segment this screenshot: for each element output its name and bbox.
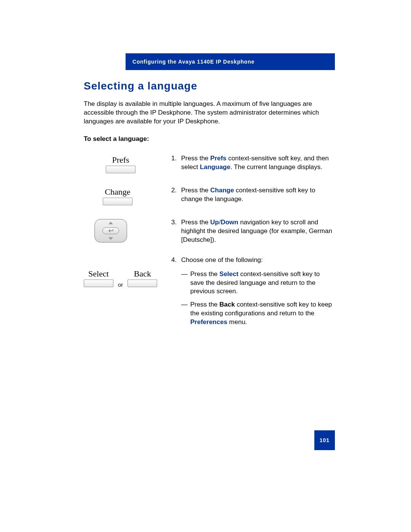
section-title: Selecting a language xyxy=(84,80,335,92)
step-text: Press the Prefs context-sensitive soft k… xyxy=(181,154,335,172)
step-text: Choose one of the following: xyxy=(181,256,263,265)
dash-bullet: — xyxy=(181,300,190,327)
or-text: or xyxy=(118,281,123,289)
up-arrow-icon xyxy=(108,222,113,224)
softkey-label-back: Back xyxy=(127,269,157,279)
substep-b: — Press the Back context-sensitive soft … xyxy=(181,300,335,327)
enter-key-icon xyxy=(102,227,119,234)
down-arrow-icon xyxy=(108,237,113,240)
softkey-button xyxy=(106,166,135,173)
step-3: 3. Press the Up/Down navigation key to s… xyxy=(171,218,335,244)
step-4: 4. Choose one of the following: xyxy=(171,256,335,265)
navigation-dpad-icon xyxy=(94,219,127,243)
step-number: 4. xyxy=(171,256,181,265)
step-text: Press the Change context-sensitive soft … xyxy=(181,186,335,204)
substep-a: — Press the Select context-sensitive sof… xyxy=(181,270,335,296)
document-page: Configuring the Avaya 1140E IP Deskphone… xyxy=(0,0,411,343)
softkey-label-change: Change xyxy=(103,187,132,197)
page-number: 101 xyxy=(314,430,335,450)
step-number: 1. xyxy=(171,154,181,172)
procedure-heading: To select a language: xyxy=(84,135,335,143)
step-1: 1. Press the Prefs context-sensitive sof… xyxy=(171,154,335,172)
softkey-button xyxy=(103,198,132,205)
softkey-button xyxy=(84,280,113,287)
softkey-label-prefs: Prefs xyxy=(106,155,135,165)
running-header: Configuring the Avaya 1140E IP Deskphone xyxy=(126,53,335,70)
step-2: 2. Press the Change context-sensitive so… xyxy=(171,186,335,204)
softkey-label-select: Select xyxy=(84,269,113,279)
step-number: 3. xyxy=(171,218,181,244)
substep-text: Press the Back context-sensitive soft ke… xyxy=(190,300,335,327)
substep-text: Press the Select context-sensitive soft … xyxy=(190,270,335,296)
step-text: Press the Up/Down navigation key to scro… xyxy=(181,218,335,244)
dash-bullet: — xyxy=(181,270,190,296)
intro-paragraph: The display is available in multiple lan… xyxy=(84,100,335,126)
softkey-button xyxy=(127,280,157,287)
step-number: 2. xyxy=(171,186,181,204)
